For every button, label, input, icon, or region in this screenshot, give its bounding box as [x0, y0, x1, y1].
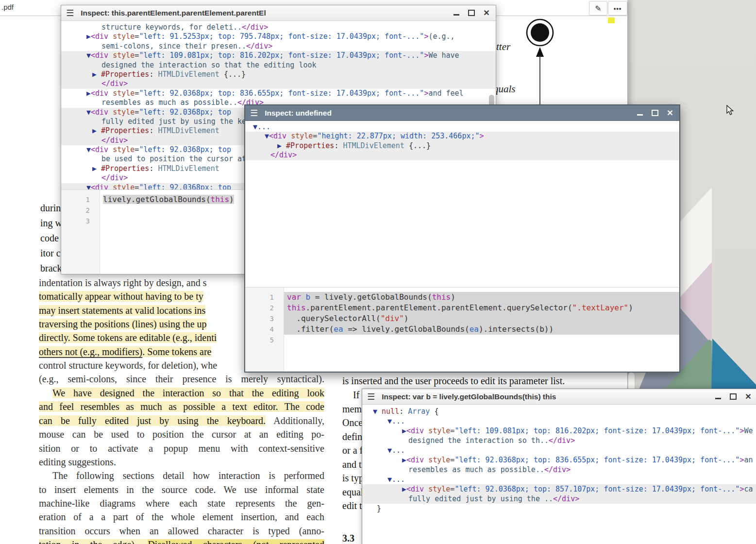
- dom-tree-row[interactable]: designed the interaction so that the edi…: [61, 61, 496, 70]
- dom-tree-row[interactable]: fully edited just by using the ..</div>: [362, 494, 756, 504]
- pdf-text-line: traversing the positions (lines) using t…: [39, 318, 207, 330]
- line-number: 5: [245, 335, 284, 345]
- close-button[interactable]: ✕: [667, 110, 673, 117]
- pdf-text-fragment: durin: [40, 202, 61, 214]
- edit-annotation-button[interactable]: ✎: [589, 1, 607, 16]
- dom-tree-row[interactable]: resembles as much as possible..</div>: [362, 465, 756, 475]
- code-editor[interactable]: 12345 var b = lively.getGlobalBounds(thi…: [245, 287, 679, 372]
- line-number: 3: [245, 313, 284, 324]
- line-number: 2: [61, 205, 100, 216]
- dom-tree-row[interactable]: ▶ #Properties: HTMLDivElement {...}: [245, 141, 679, 151]
- pdf-text-line: can be fully edited just by using the ke…: [39, 415, 324, 426]
- maximize-button[interactable]: [468, 10, 475, 17]
- line-number-gutter: 123: [61, 190, 100, 274]
- more-options-button[interactable]: •••: [608, 1, 627, 16]
- pdf-text-fragment: ing w: [40, 217, 62, 229]
- code-line[interactable]: var b = lively.getGlobalBounds(this): [284, 292, 679, 303]
- dom-tree-row[interactable]: </div>: [245, 151, 679, 160]
- line-number: 1: [245, 292, 284, 303]
- maximize-button[interactable]: [652, 110, 658, 117]
- window-title: Inspect: var b = lively.getGlobalBounds(…: [382, 392, 708, 401]
- dom-tree-row[interactable]: }: [362, 504, 756, 513]
- ellipsis-icon: •••: [614, 5, 622, 12]
- minimize-button[interactable]: [453, 10, 460, 17]
- pdf-text-line: machine-like diagrams where each state r…: [39, 497, 324, 509]
- pdf-text-line: is typ: [342, 472, 364, 484]
- pdf-text-line: editing suggestions.: [39, 456, 116, 468]
- dom-tree-row[interactable]: ▶<div style="left: 92.0368px; top: 836.6…: [362, 455, 756, 465]
- pdf-text-line: Once: [342, 417, 363, 428]
- dom-tree-row[interactable]: ▶ #Properties: HTMLDivElement {...}: [61, 70, 496, 79]
- pdf-text-line: directly. Some tokens are editable (e.g.…: [39, 332, 217, 343]
- minimize-button[interactable]: [715, 393, 722, 400]
- pdf-text-line: edit t: [342, 500, 362, 511]
- inspector-window-2: ☰ Inspect: undefined ✕ ▼...▼<div style="…: [244, 104, 680, 373]
- dom-tree-row[interactable]: ▼<div style="left: 109.081px; top: 816.2…: [61, 51, 496, 60]
- menu-icon[interactable]: ☰: [367, 392, 375, 401]
- pdf-text-line: and t: [342, 459, 361, 470]
- menu-icon[interactable]: ☰: [66, 9, 74, 17]
- window-titlebar[interactable]: ☰ Inspect: this.parentElement.parentElem…: [61, 5, 496, 21]
- pdf-text-fragment: code: [40, 232, 59, 244]
- dom-tree-row[interactable]: ▼...: [362, 416, 756, 426]
- pdf-text-line: is inserted and the user proceeds to edi…: [342, 375, 565, 387]
- close-button[interactable]: ✕: [483, 10, 490, 17]
- code-line[interactable]: this.parentElement.parentElement.parentE…: [284, 303, 679, 313]
- pdf-text-line: indentation is always right by design, a…: [39, 277, 207, 289]
- diagram-label: tter: [496, 41, 510, 53]
- pdf-text-line: sition or to activate a popup menu with …: [39, 442, 324, 454]
- window-titlebar[interactable]: ☰ Inspect: undefined ✕: [245, 105, 679, 121]
- pdf-text-line: defin: [342, 431, 362, 442]
- code-line[interactable]: .filter(ea => lively.getGlobalBounds(ea)…: [284, 324, 679, 335]
- code-line[interactable]: .querySelectorAll("div"): [284, 313, 679, 324]
- minimize-button[interactable]: [637, 110, 643, 117]
- dom-tree-row[interactable]: ▼ null: Array {: [362, 407, 756, 416]
- line-number: 2: [245, 303, 284, 313]
- dom-tree-pane: ▼ null: Array {▼...▶<div style="left: 10…: [362, 405, 756, 544]
- inspector-window-3: ☰ Inspect: var b = lively.getGlobalBound…: [362, 389, 756, 544]
- pdf-filename-tab[interactable]: .pdf: [1, 3, 14, 11]
- line-number: 3: [61, 216, 100, 226]
- dom-tree-row[interactable]: designed the interaction so th..</div>: [362, 436, 756, 445]
- dom-tree-row[interactable]: </div>: [61, 79, 496, 88]
- pdf-text-line: transition occurs when an allowed charac…: [39, 525, 324, 537]
- pdf-text-line: mem: [342, 403, 362, 415]
- dom-tree-row[interactable]: structure keywords, for deleti..</div>: [61, 23, 496, 32]
- mouse-cursor: [726, 105, 734, 116]
- window-title: Inspect: undefined: [265, 109, 630, 118]
- pdf-text-line: We have designed the interaction so that…: [39, 387, 324, 399]
- pdf-text-line: (e.g., semi-colons, since their presence…: [39, 373, 324, 385]
- pdf-text-line: others not (e.g., modifiers). Some token…: [39, 346, 211, 357]
- window-titlebar[interactable]: ☰ Inspect: var b = lively.getGlobalBound…: [362, 389, 756, 405]
- screen: .pdf ✎ ••• tter quals indentation is alw…: [0, 0, 756, 544]
- code-line[interactable]: [284, 335, 679, 345]
- line-number-gutter: 12345: [245, 288, 284, 372]
- dom-tree-row[interactable]: ▼...: [362, 475, 756, 484]
- dom-tree-row[interactable]: ▶<div style="left: 109.081px; top: 816.2…: [362, 426, 756, 436]
- dom-tree-row[interactable]: ▼...: [362, 445, 756, 455]
- line-number: 4: [245, 324, 284, 335]
- pdf-text-line: or a f: [342, 444, 363, 456]
- dom-tree-row[interactable]: ▶<div style="left: 92.0368px; top: 836.6…: [61, 89, 496, 98]
- menu-icon[interactable]: ☰: [250, 109, 258, 118]
- window-title: Inspect: this.parentElement.parentElemen…: [81, 9, 446, 17]
- pdf-text-line: control structure keywords, for deletion…: [39, 359, 217, 371]
- pdf-text-line: equal: [342, 486, 363, 498]
- close-button[interactable]: ✕: [745, 393, 752, 400]
- pdf-text-line: tation in the edge). Disallowed characte…: [39, 539, 324, 544]
- pdf-text-line: mouse can be used to position the cursor…: [39, 428, 324, 440]
- pdf-text-fragment: itor c: [40, 247, 61, 259]
- dom-tree-row[interactable]: ▼...: [245, 122, 679, 132]
- dom-tree-row[interactable]: ▶<div style="left: 91.5253px; top: 795.7…: [61, 32, 496, 41]
- dom-tree-pane: ▼...▼<div style="height: 22.877px; width…: [245, 121, 679, 288]
- pdf-text-line: 3.3: [342, 532, 354, 544]
- pdf-text-line: and feel resembles as much as possible a…: [39, 401, 324, 412]
- dom-tree-row[interactable]: semi-colons, since their presen..</div>: [61, 42, 496, 51]
- dom-tree-row[interactable]: ▶<div style="left: 92.0368px; top: 857.1…: [362, 484, 756, 494]
- diagram-label: quals: [493, 83, 516, 95]
- pdf-text-line: to insert elements in the source code. W…: [39, 484, 324, 495]
- dom-tree-row[interactable]: ▼<div style="height: 22.877px; width: 25…: [245, 132, 679, 141]
- pencil-icon: ✎: [595, 4, 601, 13]
- maximize-button[interactable]: [730, 393, 737, 400]
- pdf-text-fragment: brack: [40, 262, 62, 274]
